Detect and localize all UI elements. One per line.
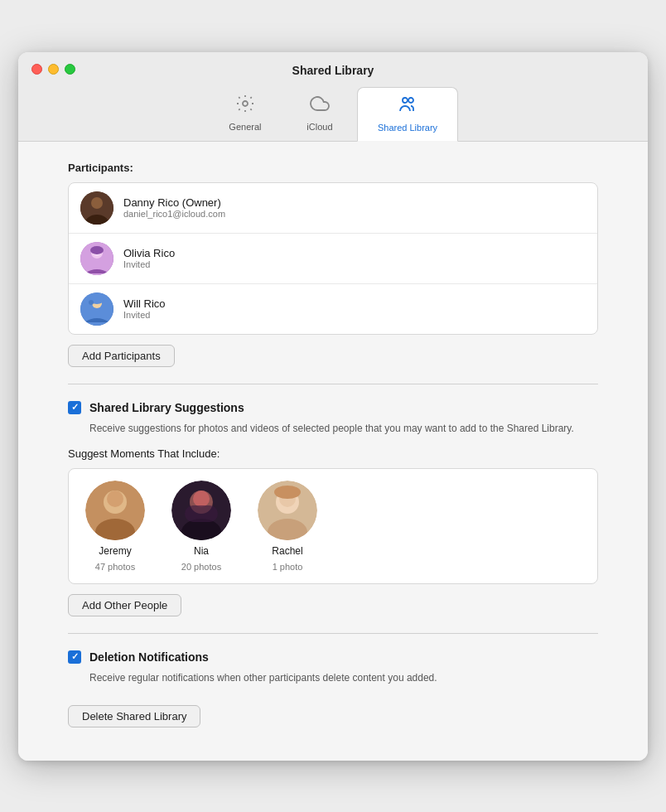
deletion-check-icon: ✓ [71,651,79,662]
maximize-button[interactable] [65,64,75,75]
moment-jeremy-count: 47 photos [95,562,135,572]
participant-will-sub: Invited [123,310,166,320]
svg-point-13 [89,300,94,305]
add-participants-button[interactable]: Add Participants [68,345,175,367]
suggestions-checkbox[interactable]: ✓ [68,401,81,414]
list-item-rachel[interactable]: Rachel 1 photo [258,481,317,572]
window-title: Shared Library [292,64,374,77]
svg-point-17 [107,491,123,507]
delete-shared-library-button[interactable]: Delete Shared Library [68,705,200,727]
svg-point-9 [90,246,104,254]
participant-olivia-info: Olivia Rico Invited [123,247,175,269]
tab-general-label: General [229,122,261,132]
participants-list: Danny Rico (Owner) daniel_rico1@icloud.c… [68,182,598,335]
deletion-description: Receive regular notifications when other… [89,670,598,685]
participants-title: Participants: [68,162,598,174]
tabs-bar: General iCloud [208,87,458,141]
cloud-icon [310,94,330,118]
svg-point-0 [243,101,248,106]
avatar-rachel [258,481,317,540]
tab-shared-library[interactable]: Shared Library [357,87,458,142]
suggestions-description: Receive suggestions for photos and video… [89,421,598,436]
main-window: Shared Library General [18,52,648,761]
participant-danny-sub: daniel_rico1@icloud.com [123,209,225,219]
divider-1 [68,384,598,384]
table-row: Danny Rico (Owner) daniel_rico1@icloud.c… [69,183,597,234]
participant-olivia-sub: Invited [123,259,175,269]
add-other-people-button[interactable]: Add Other People [68,594,181,616]
svg-point-1 [403,98,408,103]
main-content: Participants: Danny Rico (Owner) daniel_… [18,142,648,761]
moment-nia-name: Nia [194,545,209,557]
avatar-nia [171,481,231,540]
list-item-jeremy[interactable]: Jeremy 47 photos [85,481,145,572]
table-row: Olivia Rico Invited [69,234,597,284]
suggest-moments-title: Suggest Moments That Include: [68,447,598,460]
avatar-jeremy [85,481,145,540]
avatar-olivia [80,242,113,275]
moment-rachel-name: Rachel [272,545,302,557]
list-item-nia[interactable]: Nia 20 photos [171,481,231,572]
table-row: Will Rico Invited [69,284,597,334]
title-bar: Shared Library General [18,52,648,142]
tab-shared-library-label: Shared Library [378,123,437,133]
moments-grid: Jeremy 47 photos Nia [68,468,598,584]
minimize-button[interactable] [48,64,59,75]
tab-general[interactable]: General [208,87,282,140]
svg-point-4 [91,197,103,209]
participants-section: Participants: Danny Rico (Owner) daniel_… [68,162,598,367]
svg-point-2 [408,98,413,103]
tab-icloud-label: iCloud [306,122,332,132]
suggestions-checkbox-row: ✓ Shared Library Suggestions [68,401,598,414]
deletion-checkbox-label: Deletion Notifications [89,650,209,664]
participant-danny-name: Danny Rico (Owner) [123,196,225,209]
participant-olivia-name: Olivia Rico [123,247,175,259]
participant-will-info: Will Rico Invited [123,297,166,320]
deletion-checkbox[interactable]: ✓ [68,650,81,664]
moment-rachel-count: 1 photo [273,562,303,572]
moment-nia-count: 20 photos [181,562,221,572]
avatar-danny [80,191,113,225]
gear-icon [235,94,255,118]
divider-2 [68,633,598,634]
svg-point-21 [193,491,210,507]
people-icon [398,94,417,119]
close-button[interactable] [31,64,42,75]
deletion-checkbox-row: ✓ Deletion Notifications [68,650,598,664]
check-icon: ✓ [71,402,79,413]
svg-rect-22 [185,505,218,522]
moment-jeremy-name: Jeremy [99,545,131,557]
tab-icloud[interactable]: iCloud [282,87,357,140]
participant-will-name: Will Rico [123,297,166,310]
traffic-lights [31,64,75,75]
deletion-section: ✓ Deletion Notifications Receive regular… [68,650,598,727]
svg-point-27 [274,486,301,499]
suggestions-checkbox-label: Shared Library Suggestions [89,401,244,414]
suggestions-section: ✓ Shared Library Suggestions Receive sug… [68,401,598,616]
participant-danny-info: Danny Rico (Owner) daniel_rico1@icloud.c… [123,196,225,219]
avatar-will [80,292,113,326]
